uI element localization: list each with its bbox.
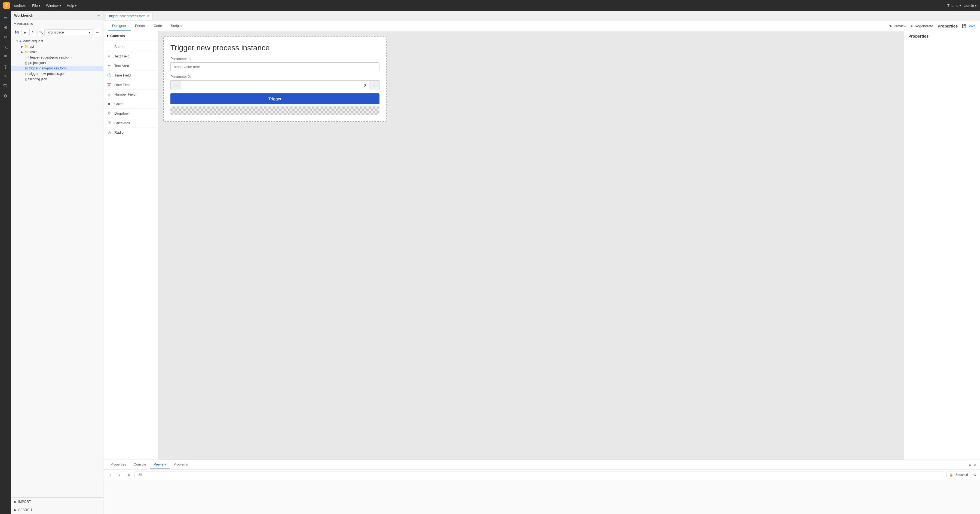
file-panel-bottom: ▶ IMPORT ▶ SEARCH xyxy=(11,497,103,514)
control-text-area[interactable]: ✏ Text Area xyxy=(103,61,158,70)
control-date-field[interactable]: 📅 Date Field xyxy=(103,80,158,89)
form-container: Trigger new process instance Parameter 1… xyxy=(163,37,387,122)
controls-header[interactable]: ▾ Controls xyxy=(103,31,158,41)
panel-collapse-btn[interactable]: ∧ xyxy=(969,463,971,467)
search-btn[interactable]: 🔍 xyxy=(38,29,45,36)
textarea-icon: ✏ xyxy=(107,63,111,68)
trigger-btn[interactable]: Trigger xyxy=(170,93,379,104)
theme-selector[interactable]: Theme ▾ xyxy=(947,3,961,8)
decrement-btn[interactable]: − xyxy=(171,81,181,90)
preview-btn[interactable]: 👁 Preview xyxy=(889,24,906,28)
secondary-tabs-right: 👁 Preview ↻ Regenerate Properties 💾 Save xyxy=(889,24,976,28)
unlocked-badge[interactable]: 🔓 Unlocked xyxy=(946,471,971,478)
control-color[interactable]: ■ Color xyxy=(103,99,158,109)
refresh-btn[interactable]: ↻ xyxy=(29,29,37,36)
bottom-tab-preview[interactable]: Preview xyxy=(150,460,170,469)
projects-section: ▾ PROJECTS xyxy=(11,20,103,28)
tree-item-leave-request[interactable]: ▾ ◈ leave-request xyxy=(11,38,103,44)
form-icon: ⊡ xyxy=(25,67,28,70)
lock-icon: 🔓 xyxy=(949,473,953,477)
tree-item-gen[interactable]: ⊡ trigger-new-process.gen xyxy=(11,71,103,76)
browser-settings-btn[interactable]: ⚙ xyxy=(973,473,977,477)
control-dropdown[interactable]: ▽ Dropdown xyxy=(103,109,158,118)
topbar-left: C codbex File ▾ Window ▾ Help ▾ xyxy=(3,2,79,9)
param1-label: Parameter 1: xyxy=(170,57,379,61)
menu-file[interactable]: File ▾ xyxy=(30,2,43,9)
tree-item-tasks[interactable]: ▶ 📁 tasks xyxy=(11,49,103,55)
tab-feeds[interactable]: Feeds xyxy=(130,22,149,30)
tab-form[interactable]: trigger-new-process.form ✕ xyxy=(106,12,153,20)
tree-item-tsconfig[interactable]: {} tsconfig.json xyxy=(11,76,103,82)
tree-item-bpmn[interactable]: 📄 leave-request-process.bpmn xyxy=(11,55,103,60)
file-panel-more-btn[interactable]: ··· xyxy=(97,13,100,18)
save-file-btn[interactable]: 💾 xyxy=(13,29,20,36)
controls-list: □ Button ✏ Text Field ✏ Text Area 🕐 Time… xyxy=(103,41,158,138)
tab-code[interactable]: Code xyxy=(149,22,166,30)
import-section[interactable]: ▶ IMPORT xyxy=(11,498,103,506)
bottom-tabs-left: Properties Console Preview Problems xyxy=(107,460,192,469)
control-button[interactable]: □ Button xyxy=(103,42,158,51)
menu-window[interactable]: Window ▾ xyxy=(44,2,64,9)
tab-close-btn[interactable]: ✕ xyxy=(147,14,149,18)
save-icon: 💾 xyxy=(962,24,966,28)
control-time-field[interactable]: 🕐 Time Field xyxy=(103,70,158,80)
param1-input[interactable] xyxy=(170,62,379,71)
eye-icon: 👁 xyxy=(889,24,892,28)
number-value: 0 xyxy=(181,81,369,89)
sidebar-refresh-btn[interactable]: ↻ xyxy=(1,33,10,41)
bottom-tabs-right: ∧ ✕ xyxy=(969,463,977,467)
folder-icon-api: 📁 xyxy=(24,45,28,48)
regenerate-icon: ↻ xyxy=(911,24,913,28)
json-icon: {} xyxy=(25,61,27,65)
topbar-right: Theme ▾ admin ▾ xyxy=(947,3,977,8)
sidebar-option-btn[interactable]: ⌥ xyxy=(1,43,10,51)
save-btn[interactable]: 💾 Save xyxy=(962,24,976,28)
tree-item-form[interactable]: ⊡ trigger-new-process.form xyxy=(11,65,103,71)
form-title: Trigger new process instance xyxy=(170,43,379,52)
checkbox-icon: ☑ xyxy=(107,120,111,125)
bottom-tab-problems[interactable]: Problems xyxy=(170,460,192,469)
url-input[interactable] xyxy=(134,471,944,478)
secondary-tabs-left: Designer Feeds Code Scripts xyxy=(108,22,186,30)
control-number-field[interactable]: # Number Field xyxy=(103,89,158,99)
dropdown-icon: ▽ xyxy=(107,111,111,116)
tree-item-api[interactable]: ▶ 📁 api xyxy=(11,44,103,49)
sidebar-settings-btn[interactable]: ⚙ xyxy=(1,91,10,100)
increment-btn[interactable]: + xyxy=(369,81,379,90)
bottom-tab-properties[interactable]: Properties xyxy=(107,460,130,469)
sidebar-files-btn[interactable]: ☰ xyxy=(1,13,10,22)
secondary-tabs: Designer Feeds Code Scripts 👁 Preview ↻ … xyxy=(103,21,980,31)
controls-panel: ▾ Controls □ Button ✏ Text Field ✏ Text … xyxy=(103,31,158,460)
menu-help[interactable]: Help ▾ xyxy=(65,2,79,9)
control-text-field[interactable]: ✏ Text Field xyxy=(103,51,158,61)
search-section[interactable]: ▶ SEARCH xyxy=(11,506,103,514)
sidebar-security-btn[interactable]: 🛡 xyxy=(1,82,10,91)
tab-scripts[interactable]: Scripts xyxy=(166,22,186,30)
param2-label: Parameter 2: xyxy=(170,75,379,79)
back-btn[interactable]: ‹ xyxy=(107,471,114,478)
sidebar-list-btn[interactable]: ☰ xyxy=(1,52,10,61)
workspace-selector[interactable]: workspace ▾ xyxy=(46,29,93,35)
control-radio[interactable]: ◎ Radio xyxy=(103,128,158,137)
form-canvas: Trigger new process instance Parameter 1… xyxy=(158,31,904,460)
sidebar-add-btn[interactable]: ⊕ xyxy=(1,23,10,32)
admin-menu[interactable]: admin ▾ xyxy=(964,3,977,8)
properties-label: Properties xyxy=(937,24,958,28)
regenerate-btn[interactable]: ↻ Regenerate xyxy=(911,24,933,28)
panel-close-btn[interactable]: ✕ xyxy=(974,463,977,467)
forward-btn[interactable]: › xyxy=(116,471,123,478)
color-icon: ■ xyxy=(107,101,111,106)
tsconfig-icon: {} xyxy=(25,77,27,81)
reload-nav-btn[interactable]: ↻ xyxy=(125,471,132,478)
editor-main: ▾ Controls □ Button ✏ Text Field ✏ Text … xyxy=(103,31,980,460)
sidebar-expand-btn[interactable]: » xyxy=(1,72,10,81)
bottom-content xyxy=(103,480,980,514)
bottom-tab-console[interactable]: Console xyxy=(130,460,150,469)
run-btn[interactable]: ▶ xyxy=(21,29,28,36)
more-options-btn[interactable]: ··· xyxy=(94,29,101,36)
topbar: C codbex File ▾ Window ▾ Help ▾ Theme ▾ … xyxy=(0,0,980,11)
tab-designer[interactable]: Designer xyxy=(108,22,130,30)
tree-item-project-json[interactable]: {} project.json xyxy=(11,60,103,65)
control-checkbox[interactable]: ☑ Checkbox xyxy=(103,118,158,128)
sidebar-history-btn[interactable]: ◎ xyxy=(1,62,10,71)
